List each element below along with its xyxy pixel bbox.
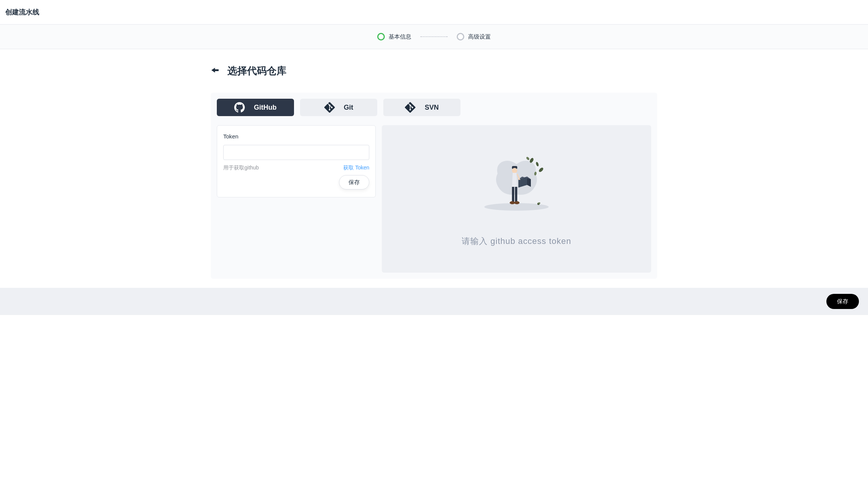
step-circle [457, 33, 464, 40]
token-label: Token [223, 133, 369, 140]
tab-svn[interactable]: SVN [383, 99, 460, 116]
empty-state-panel: 请输入 github access token [382, 125, 651, 273]
section-title: 选择代码仓库 [227, 64, 286, 78]
token-help-text: 用于获取github [223, 165, 259, 171]
svg-rect-4 [515, 187, 517, 202]
main-card: GitHub Git SVN To [211, 93, 657, 279]
save-token-button[interactable]: 保存 [339, 175, 369, 189]
tab-git[interactable]: Git [300, 99, 377, 116]
step-basic-info[interactable]: 基本信息 [377, 33, 411, 40]
section-header: 选择代码仓库 [211, 64, 657, 78]
github-icon [234, 102, 245, 113]
svg-point-11 [526, 156, 530, 161]
step-circle-active [377, 33, 385, 40]
page-title: 创建流水线 [0, 0, 868, 24]
svn-icon [405, 102, 415, 113]
step-label: 高级设置 [468, 33, 491, 40]
token-form-panel: Token 用于获取github 获取 Token 保存 [217, 125, 376, 197]
back-arrow-icon[interactable] [211, 67, 220, 76]
tab-label: Git [344, 104, 353, 112]
step-advanced-settings[interactable]: 高级设置 [457, 33, 491, 40]
steps-bar: 基本信息 高级设置 [0, 24, 868, 49]
empty-illustration [479, 151, 554, 213]
footer-save-button[interactable]: 保存 [826, 294, 859, 309]
step-divider [420, 36, 448, 37]
token-input[interactable] [223, 145, 369, 160]
get-token-link[interactable]: 获取 Token [343, 165, 369, 171]
svg-point-13 [538, 202, 540, 204]
empty-state-text: 请输入 github access token [462, 236, 571, 247]
repo-tabs: GitHub Git SVN [217, 99, 651, 116]
tab-label: GitHub [254, 104, 277, 112]
svg-point-8 [535, 161, 539, 166]
footer-bar: 保存 [0, 288, 868, 315]
svg-point-6 [514, 201, 520, 204]
svg-point-9 [538, 167, 544, 173]
tab-github[interactable]: GitHub [217, 99, 294, 116]
tab-label: SVN [425, 104, 439, 112]
step-label: 基本信息 [389, 33, 411, 40]
git-icon [324, 102, 335, 113]
svg-rect-3 [512, 187, 514, 202]
svg-point-2 [512, 168, 517, 173]
svg-point-5 [510, 201, 515, 204]
